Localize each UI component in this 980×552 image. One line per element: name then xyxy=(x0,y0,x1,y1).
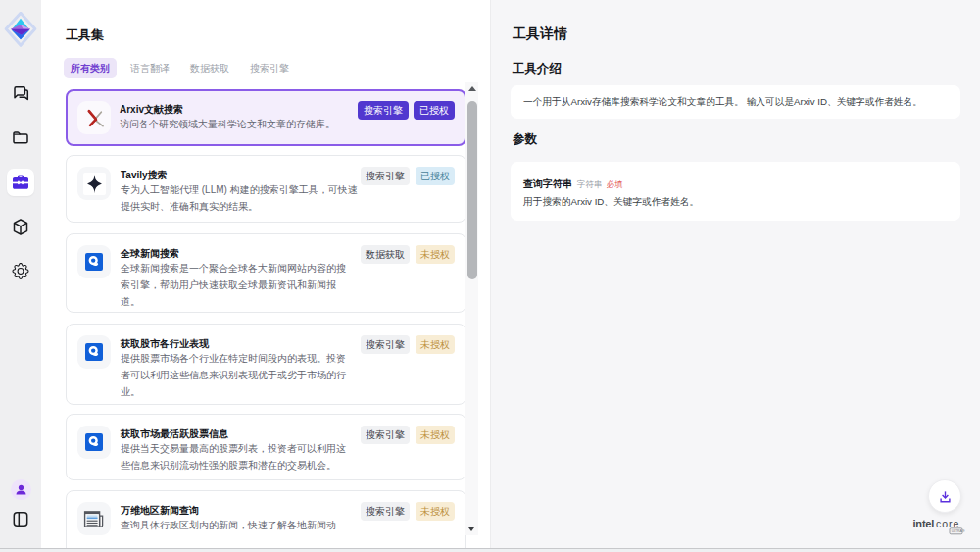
svg-text:core: core xyxy=(936,518,959,529)
svg-text:ULTRA 9: ULTRA 9 xyxy=(952,529,965,533)
svg-text:intel: intel xyxy=(913,518,935,529)
